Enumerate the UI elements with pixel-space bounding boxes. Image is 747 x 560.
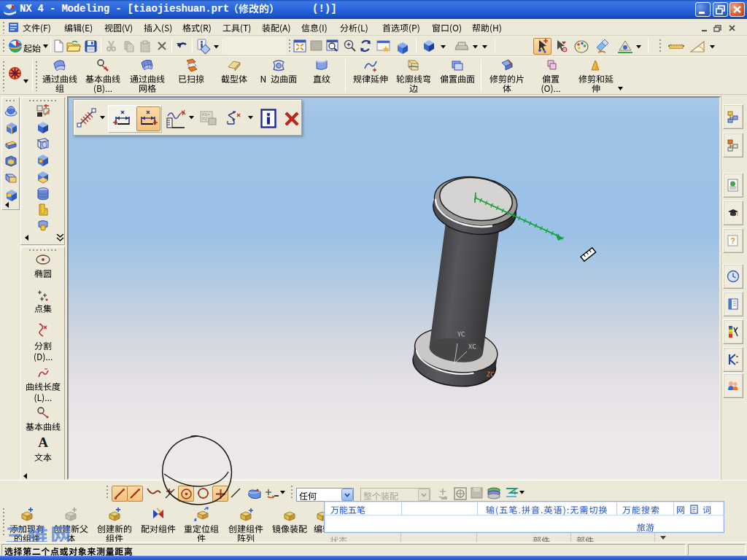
svg-text:?: ? [730, 236, 735, 245]
svg-text:A: A [38, 435, 48, 450]
svg-text:P2: P2 [202, 117, 208, 122]
